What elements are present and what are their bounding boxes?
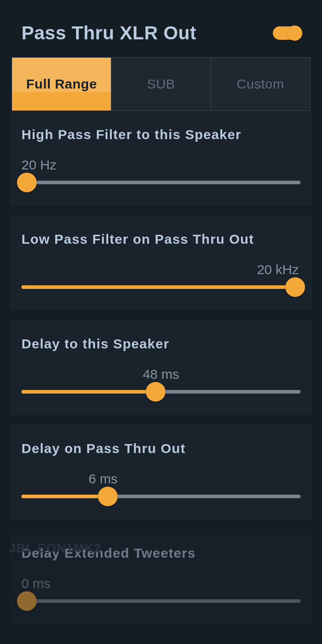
tab-label: Full Range: [26, 76, 97, 92]
page-title: Pass Thru XLR Out: [21, 22, 196, 44]
tab-label: Custom: [237, 76, 284, 92]
slider-card: Delay to this Speaker48 ms: [10, 320, 312, 415]
mode-tabs: Full Range SUB Custom: [12, 57, 310, 111]
tab-full-range[interactable]: Full Range: [12, 58, 111, 110]
slider-track[interactable]: [21, 285, 301, 289]
toggle-thumb-icon: [287, 25, 302, 41]
pass-thru-toggle[interactable]: [273, 26, 301, 40]
slider-value: 20 Hz: [21, 157, 301, 173]
slider-thumb[interactable]: [146, 382, 165, 402]
slider-track[interactable]: [21, 599, 301, 603]
slider-label: Delay to this Speaker: [21, 336, 301, 352]
slider-fill: [21, 390, 156, 394]
slider-label: Delay on Pass Thru Out: [21, 441, 301, 456]
slider-label: High Pass Filter to this Speaker: [21, 127, 301, 142]
slider-card: Low Pass Filter on Pass Thru Out20 kHz: [10, 216, 312, 310]
slider-fill: [21, 495, 108, 498]
slider-label: Low Pass Filter on Pass Thru Out: [21, 232, 301, 247]
tab-label: SUB: [147, 76, 175, 92]
slider-label: Delay Extended Tweeters: [21, 546, 301, 561]
slider-card: Delay on Pass Thru Out6 ms: [10, 425, 312, 520]
slider-value: 20 kHz: [21, 262, 301, 277]
tab-custom[interactable]: Custom: [211, 58, 310, 110]
slider-card: Delay Extended Tweeters0 ms: [10, 530, 312, 624]
header: Pass Thru XLR Out: [0, 0, 322, 57]
slider-value: 6 ms: [21, 471, 301, 487]
slider-card: High Pass Filter to this Speaker20 Hz: [10, 111, 312, 206]
slider-value: 0 ms: [21, 576, 301, 591]
slider-track[interactable]: [21, 495, 301, 498]
slider-fill: [21, 285, 301, 289]
slider-value: 48 ms: [21, 367, 301, 382]
slider-thumb[interactable]: [17, 173, 37, 192]
slider-thumb[interactable]: [98, 487, 118, 506]
slider-thumb[interactable]: [285, 277, 305, 297]
slider-track[interactable]: [21, 181, 301, 184]
slider-thumb[interactable]: [17, 591, 37, 611]
slider-track[interactable]: [21, 390, 301, 394]
tab-sub[interactable]: SUB: [111, 58, 211, 110]
